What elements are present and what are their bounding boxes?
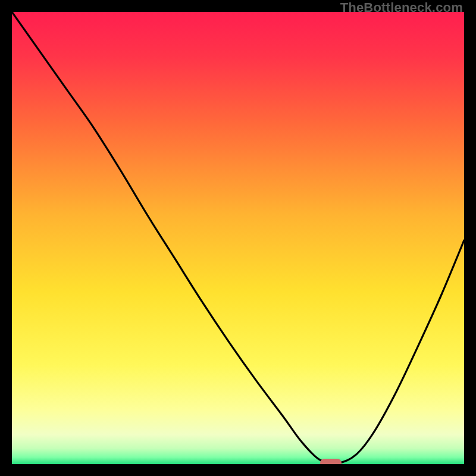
optimum-marker [320, 459, 342, 464]
chart-frame: TheBottleneck.com [0, 0, 476, 476]
bottleneck-curve [12, 12, 464, 464]
watermark-text: TheBottleneck.com [340, 0, 463, 15]
plot-area [12, 12, 464, 464]
